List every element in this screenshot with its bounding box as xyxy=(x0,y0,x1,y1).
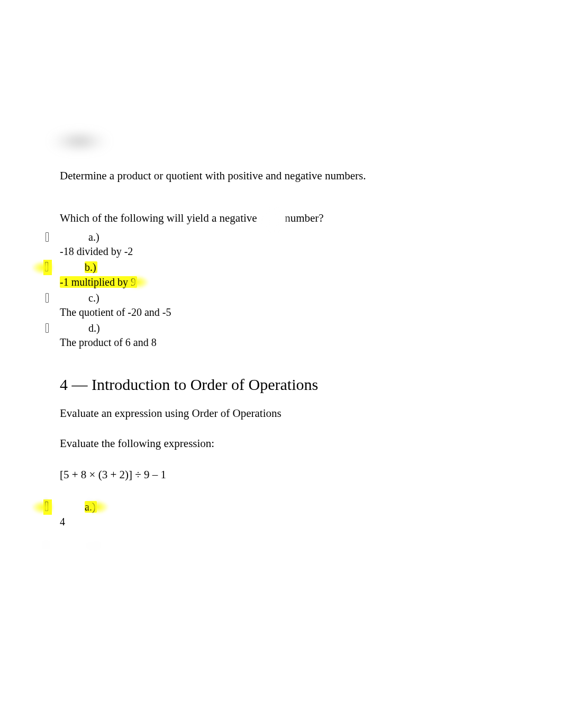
question-suffix: number? xyxy=(285,212,323,224)
section2-subtext: Evaluate an expression using Order of Op… xyxy=(60,405,530,421)
bullet-icon xyxy=(45,323,49,333)
option-a-row: a.) xyxy=(45,230,530,244)
bullet-icon xyxy=(45,541,47,549)
option-c-row: c.) xyxy=(45,290,530,305)
option-a-text: -18 divided by -2 xyxy=(60,244,530,259)
option-c-label: c.) xyxy=(88,290,99,305)
section1-intro: Determine a product or quotient with pos… xyxy=(60,168,530,185)
bullet-icon xyxy=(45,232,49,242)
blurred-region-top xyxy=(40,130,130,159)
faded-label-c: c.) xyxy=(88,539,99,551)
question-prefix: Which of the following will yield a nega… xyxy=(60,212,257,224)
section2-expression: [5 + 8 × (3 + 2)] ÷ 9 – 1 xyxy=(60,468,530,481)
option-d-row: d.) xyxy=(45,321,530,335)
option-b-label: b.) xyxy=(85,260,97,275)
option-d-label: d.) xyxy=(88,321,100,335)
document-page: Determine a product or quotient with pos… xyxy=(0,0,562,728)
faded-label-b: b.) xyxy=(88,497,99,509)
option-a-label: a.) xyxy=(88,230,99,244)
bullet-icon xyxy=(44,261,49,272)
section2-question: Evaluate the following expression: xyxy=(60,437,530,450)
section1-question: Which of the following will yield a nega… xyxy=(60,210,530,227)
highlight-marker xyxy=(43,260,52,275)
section2-heading: 4 — Introduction to Order of Operations xyxy=(60,374,530,395)
option-c-text: The quotient of -20 and -5 xyxy=(60,305,530,320)
option-d-text: The product of 6 and 8 xyxy=(60,335,530,350)
bullet-icon xyxy=(45,293,49,303)
blurred-option-c: c.) xyxy=(53,530,153,588)
option-b-text: -1 multiplied by 9 xyxy=(60,275,530,289)
faded-value-b xyxy=(59,512,62,524)
section1-options: a.) -18 divided by -2 b.) -1 multiplied … xyxy=(45,230,530,350)
question-blurred-gap xyxy=(260,210,282,227)
option-b-row: b.) xyxy=(45,260,530,275)
bullet-icon xyxy=(45,499,47,507)
